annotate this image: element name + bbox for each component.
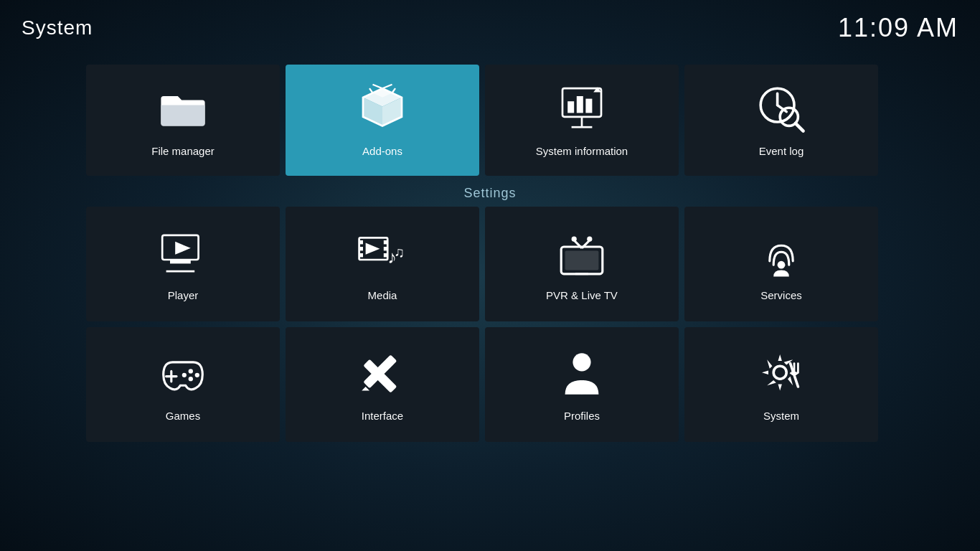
svg-line-7 xyxy=(369,88,373,93)
profiles-icon xyxy=(556,348,608,400)
svg-rect-14 xyxy=(585,99,592,113)
page-title: System xyxy=(22,17,93,39)
svg-rect-40 xyxy=(565,250,599,270)
services-icon xyxy=(755,227,807,279)
svg-line-5 xyxy=(373,85,383,88)
file-manager-label: File manager xyxy=(151,145,215,157)
tile-system-information[interactable]: System information xyxy=(485,65,679,176)
svg-rect-13 xyxy=(577,96,583,113)
pvr-live-tv-label: PVR & Live TV xyxy=(546,289,618,301)
folder-icon xyxy=(157,83,209,135)
system-information-label: System information xyxy=(536,145,628,157)
svg-line-6 xyxy=(382,85,392,88)
games-icon xyxy=(157,348,209,400)
svg-rect-29 xyxy=(384,240,387,244)
settings-row-1: Player ♪ ♫ Media xyxy=(86,207,894,321)
svg-rect-22 xyxy=(170,260,191,263)
system-label: System xyxy=(763,410,799,422)
tile-games[interactable]: Games xyxy=(86,327,280,442)
system-icon xyxy=(755,348,807,400)
tile-services[interactable]: Services xyxy=(684,207,878,321)
tile-profiles[interactable]: Profiles xyxy=(485,327,679,442)
svg-point-37 xyxy=(572,236,577,241)
svg-point-48 xyxy=(182,372,187,377)
svg-rect-28 xyxy=(359,253,363,257)
svg-rect-12 xyxy=(567,101,574,113)
svg-point-52 xyxy=(573,353,590,371)
svg-line-20 xyxy=(796,123,804,131)
box-icon xyxy=(357,83,408,135)
player-label: Player xyxy=(168,289,199,301)
media-label: Media xyxy=(368,289,397,301)
tile-event-log[interactable]: Event log xyxy=(684,65,878,176)
svg-point-53 xyxy=(773,366,786,379)
interface-icon xyxy=(357,348,408,400)
svg-point-38 xyxy=(587,236,592,241)
svg-marker-51 xyxy=(362,387,369,390)
tv-icon xyxy=(556,227,608,279)
games-label: Games xyxy=(166,410,200,422)
svg-point-45 xyxy=(189,369,193,373)
clock: 11:09 AM xyxy=(838,13,958,43)
tile-player[interactable]: Player xyxy=(86,207,280,321)
svg-rect-26 xyxy=(359,240,363,244)
svg-marker-32 xyxy=(366,242,380,254)
svg-point-47 xyxy=(189,377,193,381)
tile-file-manager[interactable]: File manager xyxy=(86,65,280,176)
main-content: File manager Add-ons xyxy=(0,57,980,551)
interface-label: Interface xyxy=(362,410,403,422)
settings-label: Settings xyxy=(86,186,894,201)
svg-line-8 xyxy=(392,88,396,93)
player-icon xyxy=(157,227,209,279)
tile-add-ons[interactable]: Add-ons xyxy=(286,65,479,176)
media-icon: ♪ ♫ xyxy=(357,227,408,279)
tile-interface[interactable]: Interface xyxy=(286,327,479,442)
tile-pvr-live-tv[interactable]: PVR & Live TV xyxy=(485,207,679,321)
settings-row-2: Games Interface xyxy=(86,327,894,442)
top-row: File manager Add-ons xyxy=(86,65,894,176)
tile-system[interactable]: System xyxy=(684,327,878,442)
event-log-label: Event log xyxy=(759,145,804,157)
clock-search-icon xyxy=(755,83,807,135)
services-label: Services xyxy=(760,289,802,301)
svg-point-42 xyxy=(778,260,786,268)
svg-point-46 xyxy=(195,372,199,377)
svg-rect-27 xyxy=(359,247,363,250)
svg-marker-24 xyxy=(175,241,191,254)
svg-text:♫: ♫ xyxy=(394,244,405,260)
tile-media[interactable]: ♪ ♫ Media xyxy=(286,207,479,321)
add-ons-label: Add-ons xyxy=(362,145,402,157)
profiles-label: Profiles xyxy=(564,410,600,422)
chart-icon xyxy=(556,83,608,135)
